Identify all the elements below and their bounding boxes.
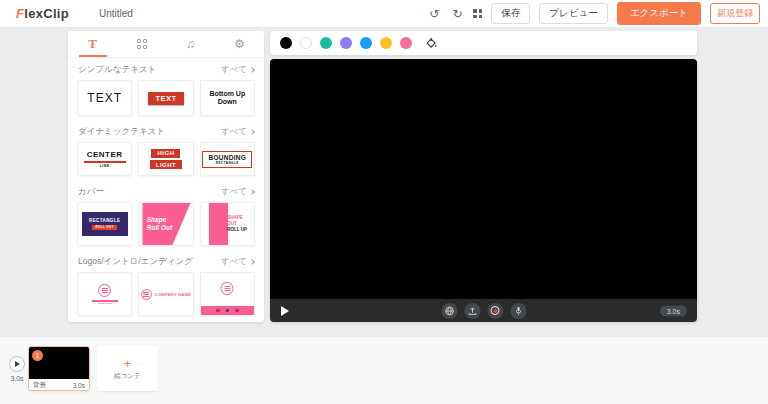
template-label: Shape Roll Out	[147, 216, 172, 232]
save-button[interactable]: 保存	[491, 3, 530, 24]
flexclip-logo[interactable]: FlexClip	[16, 6, 69, 21]
section-header-dynamic-text: ダイナミックテキスト すべて	[68, 120, 264, 142]
clip-name: 背景	[33, 381, 46, 390]
color-swatch-1[interactable]	[300, 37, 312, 49]
logo-placeholder-icon	[141, 289, 152, 300]
tab-music[interactable]: ♫	[166, 31, 215, 57]
template-plain-text[interactable]: TEXT	[77, 80, 132, 116]
chevron-right-icon	[249, 189, 255, 195]
signup-button[interactable]: 新規登録	[710, 3, 760, 24]
play-button[interactable]	[281, 306, 289, 316]
facebook-icon	[226, 309, 230, 313]
flexclip-editor: FlexClip Untitled ↺ ↻ 保存 プレビュー エクスポート 新規…	[0, 0, 768, 404]
social-bar	[201, 306, 254, 315]
template-label: Bottom Up Down	[209, 90, 245, 107]
clip-thumbnail: 1	[29, 347, 89, 379]
template-label: TEXT	[87, 91, 122, 105]
section-title: カバー	[78, 186, 104, 198]
color-swatch-2[interactable]	[320, 37, 332, 49]
template-center-line[interactable]: CENTER LINE	[77, 142, 132, 176]
template-shape-out-rollup[interactable]: SHAPE OUT ROLL UP	[200, 202, 255, 246]
redo-icon[interactable]: ↻	[450, 6, 464, 22]
chevron-right-icon	[249, 67, 255, 73]
template-shape-rollout[interactable]: Shape Roll Out	[138, 202, 193, 246]
color-swatch-3[interactable]	[340, 37, 352, 49]
elements-icon	[137, 39, 147, 49]
section-title: Logos/イントロ/エンディング	[78, 256, 193, 268]
translate-globe-button[interactable]	[441, 303, 457, 319]
template-logo-social-ending[interactable]	[200, 272, 255, 316]
template-label: COMPANY NAME	[155, 292, 192, 297]
add-storyboard-button[interactable]: + 絵コンテ	[97, 346, 158, 391]
timeline-clip-background[interactable]: 1 背景 3.0s	[28, 346, 90, 391]
export-button[interactable]: エクスポート	[617, 2, 701, 25]
template-red-text[interactable]: TEXT	[138, 80, 193, 116]
see-all-link[interactable]: すべて	[221, 186, 254, 198]
apps-grid-icon[interactable]	[473, 9, 482, 18]
color-swatches	[280, 37, 412, 49]
music-note-icon: ♫	[186, 37, 195, 51]
color-swatch-4[interactable]	[360, 37, 372, 49]
template-logo-underline[interactable]	[77, 272, 132, 316]
section-title: シンプルなテキスト	[78, 64, 156, 76]
preview-area: 3.0s	[270, 31, 697, 322]
record-ring	[491, 306, 500, 315]
tab-elements[interactable]	[117, 31, 166, 57]
storyboard-timeline: 3.0s 1 背景 3.0s + 絵コンテ	[0, 336, 768, 404]
duration-badge: 3.0s	[660, 305, 687, 316]
microphone-button[interactable]	[510, 303, 526, 319]
like-icon	[216, 309, 220, 313]
active-tab-underline	[79, 55, 107, 57]
section-header-simple-text: シンプルなテキスト すべて	[68, 58, 264, 80]
clip-index-badge: 1	[32, 350, 43, 361]
see-all-label: すべて	[221, 256, 247, 268]
record-button[interactable]	[487, 303, 503, 319]
tab-settings[interactable]: ⚙	[215, 31, 264, 57]
logo-mark: F	[16, 6, 24, 21]
add-storyboard-label: 絵コンテ	[114, 372, 140, 381]
upload-button[interactable]	[464, 303, 480, 319]
color-swatch-5[interactable]	[380, 37, 392, 49]
topbar-actions: ↺ ↻ 保存 プレビュー エクスポート 新規登録	[427, 2, 760, 25]
chevron-right-icon	[249, 259, 255, 265]
fill-color-icon[interactable]	[425, 37, 438, 50]
template-label: CENTER LINE	[84, 150, 126, 168]
logo-placeholder-icon	[98, 284, 111, 297]
project-title[interactable]: Untitled	[99, 8, 133, 19]
chevron-right-icon	[249, 129, 255, 135]
clip-duration: 3.0s	[73, 382, 85, 389]
play-triangle-icon	[15, 361, 20, 367]
cover-cards: RECTANGLE ROLL OUT Shape Roll Out SHAPE …	[68, 202, 264, 246]
see-all-label: すべて	[221, 186, 247, 198]
color-swatch-0[interactable]	[280, 37, 292, 49]
section-header-logos: Logos/イントロ/エンディング すべて	[68, 250, 264, 272]
pink-underline	[92, 300, 118, 302]
undo-icon[interactable]: ↺	[427, 6, 441, 22]
template-bottom-up-down[interactable]: Bottom Up Down	[200, 80, 255, 116]
template-logo-company-name[interactable]: COMPANY NAME	[138, 272, 193, 316]
video-canvas[interactable]	[270, 59, 697, 299]
media-buttons	[441, 303, 526, 319]
color-swatch-6[interactable]	[400, 37, 412, 49]
pink-bar	[209, 203, 228, 245]
red-underline	[84, 161, 126, 163]
preview-button[interactable]: プレビュー	[539, 3, 607, 24]
see-all-link[interactable]: すべて	[221, 256, 254, 268]
template-label: SHAPE OUT ROLL UP	[227, 215, 247, 233]
template-label: BOUNDING RECTANGLE	[202, 151, 252, 168]
template-label: RECTANGLE ROLL OUT	[82, 212, 128, 236]
tab-text[interactable]: T	[68, 31, 117, 57]
playback-controls: 3.0s	[270, 299, 697, 322]
template-rectangle-rollout[interactable]: RECTANGLE ROLL OUT	[77, 202, 132, 246]
see-all-link[interactable]: すべて	[221, 126, 254, 138]
logo-placeholder-icon	[221, 282, 234, 295]
timeline-duration: 3.0s	[8, 375, 26, 382]
simple-text-cards: TEXT TEXT Bottom Up Down	[68, 80, 264, 116]
top-bar: FlexClip Untitled ↺ ↻ 保存 プレビュー エクスポート 新規…	[0, 0, 768, 28]
see-all-link[interactable]: すべて	[221, 64, 254, 76]
template-highlight[interactable]: HIGH LIGHT	[138, 142, 193, 176]
template-bounding-rectangle[interactable]: BOUNDING RECTANGLE	[200, 142, 255, 176]
section-header-cover: カバー すべて	[68, 180, 264, 202]
timeline-play-button[interactable]	[9, 356, 25, 372]
logo-cards: COMPANY NAME	[68, 272, 264, 316]
